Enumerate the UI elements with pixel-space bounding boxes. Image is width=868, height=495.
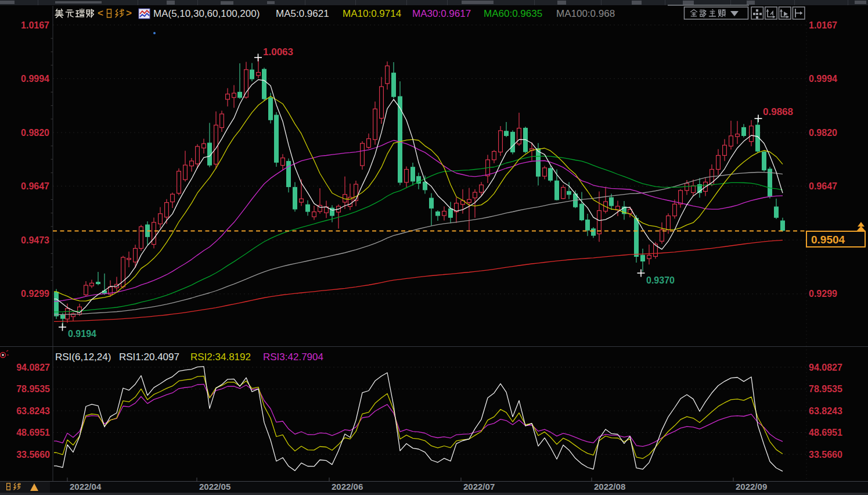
svg-text:0.9504: 0.9504 — [811, 234, 845, 246]
svg-text:<: < — [98, 8, 103, 19]
svg-text:RSI1:20.4097: RSI1:20.4097 — [119, 351, 179, 363]
svg-text:2022/05: 2022/05 — [199, 482, 230, 492]
svg-text:1.0167: 1.0167 — [809, 20, 837, 30]
svg-text:94.0827: 94.0827 — [16, 363, 50, 372]
svg-text:63.8243: 63.8243 — [809, 406, 842, 416]
svg-text:0.9994: 0.9994 — [21, 74, 49, 84]
svg-text:2022/06: 2022/06 — [332, 482, 363, 492]
svg-text:MA10:0.9714: MA10:0.9714 — [343, 8, 401, 19]
svg-text:63.8243: 63.8243 — [16, 406, 50, 416]
svg-text:0.9299: 0.9299 — [21, 289, 49, 299]
svg-text:MA(5,10,30,60,100,200): MA(5,10,30,60,100,200) — [153, 8, 260, 19]
svg-text:48.6951: 48.6951 — [16, 428, 50, 437]
svg-text:0.9647: 0.9647 — [809, 181, 837, 191]
svg-text:0.9820: 0.9820 — [21, 128, 49, 138]
svg-text:0.9473: 0.9473 — [21, 235, 49, 245]
svg-text:MA60:0.9635: MA60:0.9635 — [484, 8, 542, 19]
svg-text:48.6951: 48.6951 — [809, 428, 842, 437]
svg-text:33.5660: 33.5660 — [809, 450, 842, 460]
svg-text:2022/04: 2022/04 — [70, 482, 102, 492]
svg-text:MA100:0.968: MA100:0.968 — [556, 8, 615, 19]
svg-text:0.9194: 0.9194 — [68, 329, 96, 339]
svg-text:1.0167: 1.0167 — [21, 20, 49, 30]
svg-text:0.9994: 0.9994 — [809, 74, 837, 84]
svg-text:RSI3:42.7904: RSI3:42.7904 — [263, 351, 323, 363]
svg-text:78.9535: 78.9535 — [809, 384, 842, 394]
svg-text:0.9299: 0.9299 — [809, 289, 837, 299]
svg-text:1.0063: 1.0063 — [263, 46, 293, 58]
svg-text:RSI2:34.8192: RSI2:34.8192 — [190, 351, 251, 363]
svg-text:78.9535: 78.9535 — [16, 384, 50, 394]
svg-text:0.9868: 0.9868 — [763, 106, 793, 117]
svg-text:RSI(6,12,24): RSI(6,12,24) — [55, 351, 111, 363]
svg-text:0.9647: 0.9647 — [21, 181, 49, 191]
svg-text:33.5660: 33.5660 — [16, 450, 50, 460]
svg-text:>: > — [126, 8, 132, 19]
svg-text:2022/07: 2022/07 — [463, 482, 495, 492]
svg-text:2022/08: 2022/08 — [594, 482, 625, 492]
svg-text:0.9820: 0.9820 — [809, 128, 837, 138]
svg-text:2022/09: 2022/09 — [736, 482, 767, 492]
svg-text:94.0827: 94.0827 — [809, 363, 842, 372]
svg-text:MA30:0.9617: MA30:0.9617 — [412, 8, 471, 19]
svg-text:MA5:0.9621: MA5:0.9621 — [276, 8, 329, 19]
svg-text:0.9370: 0.9370 — [646, 275, 675, 285]
